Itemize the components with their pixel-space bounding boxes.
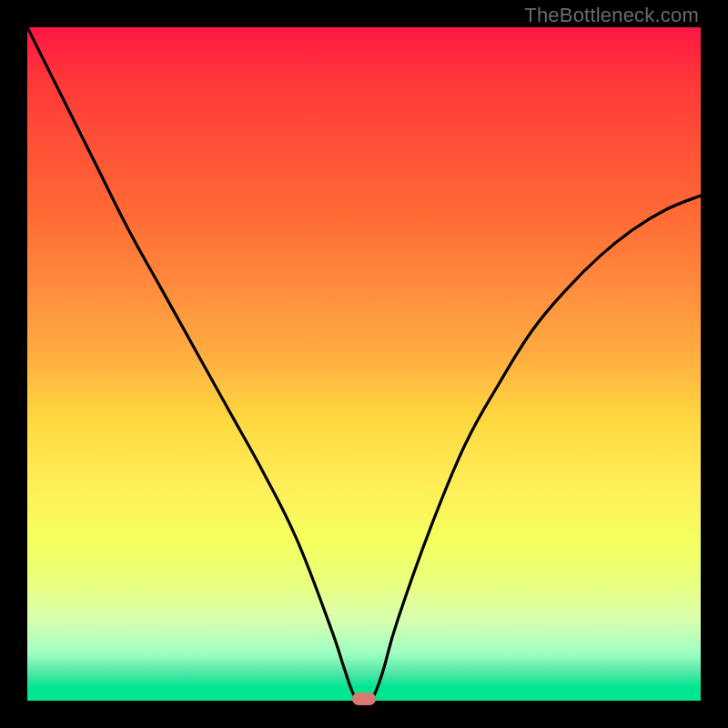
chart-frame: TheBottleneck.com bbox=[0, 0, 728, 728]
optimum-marker bbox=[352, 693, 376, 705]
watermark-text: TheBottleneck.com bbox=[524, 4, 699, 27]
bottleneck-curve bbox=[27, 27, 701, 701]
